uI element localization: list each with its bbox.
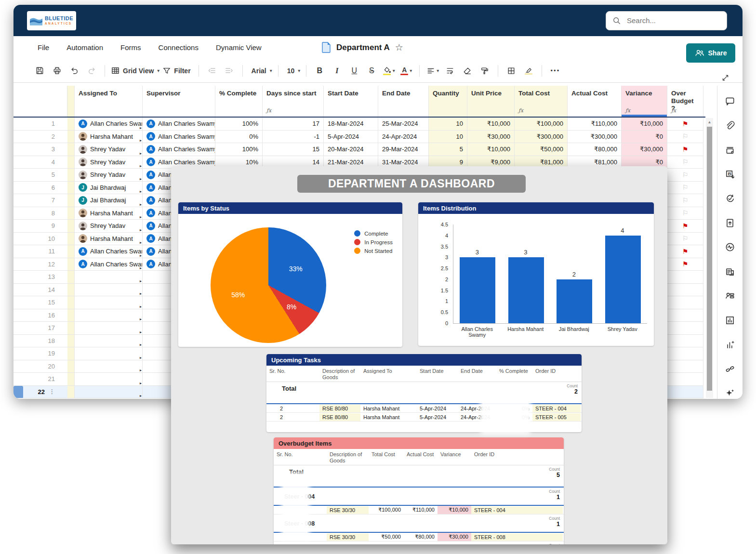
undo-button[interactable] — [67, 63, 81, 79]
grid-cell-qty[interactable]: 5 — [429, 143, 467, 156]
grid-cell-start[interactable]: 20-Mar-2024 — [324, 143, 378, 156]
grid-cell-days[interactable]: -1 — [263, 131, 324, 144]
row-number[interactable]: 2 — [13, 131, 67, 144]
grid-cell-variance[interactable]: ₹0 — [622, 131, 667, 144]
grid-cell-assigned[interactable]: ▸ — [75, 284, 143, 297]
strip-cell[interactable] — [67, 143, 75, 156]
borders-button[interactable] — [504, 63, 518, 79]
grid-cell-unit[interactable]: ₹10,000 — [467, 118, 515, 131]
strip-cell[interactable] — [67, 156, 75, 169]
share-button[interactable]: Share — [686, 43, 735, 63]
strip-cell[interactable] — [67, 194, 75, 207]
grid-cell-over[interactable]: ⚐ — [667, 169, 703, 182]
row-number[interactable]: 3 — [13, 143, 67, 156]
row-number[interactable]: 16 — [13, 309, 67, 322]
grid-cell-over[interactable] — [667, 335, 703, 348]
clear-format-button[interactable] — [460, 63, 475, 79]
grid-cell-days[interactable]: 15 — [263, 143, 324, 156]
strip-cell[interactable] — [67, 296, 75, 309]
bold-button[interactable]: B — [312, 63, 327, 79]
col-header-total[interactable]: Total Costƒx — [515, 86, 568, 117]
row-number[interactable]: 13 — [13, 271, 67, 284]
strip-cell[interactable] — [67, 386, 75, 399]
grid-cell-over[interactable] — [667, 296, 703, 309]
update-requests-icon[interactable] — [724, 193, 736, 204]
row-number[interactable]: 18 — [13, 335, 67, 348]
menu-dynamic-view[interactable]: Dynamic View — [216, 43, 262, 52]
strip-cell[interactable] — [67, 220, 75, 233]
strip-cell[interactable] — [67, 360, 75, 373]
row-number[interactable]: 11 — [13, 245, 67, 258]
overbudget-flag[interactable]: ⚐ — [682, 158, 689, 165]
overbudget-flag[interactable]: ⚐ — [682, 235, 689, 242]
grid-cell-supervisor[interactable]: AAllan Charles Swamy — [143, 143, 215, 156]
view-selector[interactable]: Grid View ▾ — [111, 63, 159, 79]
font-size-selector[interactable]: 10 ▾ — [284, 63, 301, 79]
row-number[interactable]: 6 — [13, 182, 67, 195]
contacts-icon[interactable] — [724, 290, 736, 302]
grid-cell-assigned[interactable]: ▸ — [75, 360, 143, 373]
sheet-summary-icon[interactable] — [724, 315, 736, 326]
overbudget-flag[interactable]: ⚐ — [682, 171, 689, 178]
col-header-over[interactable]: Over Budget ?ƒx — [667, 86, 703, 117]
grid-cell-assigned[interactable]: AAllan Charles Swamy▸ — [75, 258, 143, 271]
row-number[interactable]: 17 — [13, 322, 67, 335]
bar-panel[interactable]: Items Distribution 00.511.522.533.544.53… — [418, 202, 654, 346]
redo-button[interactable] — [84, 63, 99, 79]
overbudget-flag[interactable]: ⚑ — [682, 248, 689, 255]
grid-cell-assigned[interactable]: AAllan Charles Swamy▸ — [75, 118, 143, 131]
baselines-icon[interactable]: B — [724, 169, 736, 180]
grid-cell-end[interactable]: 25-Mar-2024 — [378, 118, 429, 131]
search-box[interactable] — [606, 11, 727, 30]
filter-button[interactable]: Filter — [162, 63, 192, 79]
row-number[interactable]: 7 — [13, 194, 67, 207]
table-row[interactable]: 1AAllan Charles Swamy▸AAllan Charles Swa… — [13, 118, 705, 131]
overbudget-flag[interactable]: ⚐ — [682, 197, 689, 204]
search-input[interactable] — [626, 16, 715, 25]
grid-cell-over[interactable]: ⚐ — [667, 233, 703, 246]
grid-cell-actual[interactable]: ₹110,000 — [568, 118, 622, 131]
row-number[interactable]: 20 — [13, 360, 67, 373]
outdent-button[interactable] — [205, 63, 219, 79]
overbudget-flag[interactable]: ⚐ — [682, 133, 689, 140]
grid-cell-start[interactable]: 5-Apr-2024 — [324, 131, 378, 144]
connections-icon[interactable] — [724, 363, 736, 375]
grid-cell-assigned[interactable]: Shrey Yadav▸ — [75, 220, 143, 233]
grid-cell-assigned[interactable]: ▸ — [75, 373, 143, 386]
grid-cell-over[interactable]: ⚑ — [667, 118, 703, 131]
overbudget-flag[interactable]: ⚑ — [682, 261, 689, 267]
row-number[interactable]: 15 — [13, 296, 67, 309]
grid-cell-end[interactable]: 24-Apr-2024 — [378, 131, 429, 144]
strip-cell[interactable] — [67, 233, 75, 246]
grid-cell-assigned[interactable]: ▸ — [75, 347, 143, 360]
col-header-complete[interactable]: % Complete — [215, 86, 263, 117]
strip-cell[interactable] — [67, 284, 75, 297]
overbudget-flag[interactable]: ⚑ — [682, 120, 689, 127]
grid-cell-variance[interactable]: ₹30,000 — [622, 143, 667, 156]
proofs-icon[interactable] — [724, 144, 736, 156]
bluetide-logo[interactable]: BLUETIDE ANALYTICS — [27, 11, 76, 30]
row-number-header[interactable] — [13, 86, 67, 117]
grid-cell-over[interactable]: ⚐ — [667, 156, 703, 169]
table-row[interactable]: 2 Harsha Mahant▸AAllan Charles Swamy0%-1… — [13, 131, 705, 144]
grid-cell-over[interactable]: ⚑ — [667, 143, 703, 156]
grid-cell-over[interactable] — [667, 271, 703, 284]
menu-automation[interactable]: Automation — [66, 43, 103, 52]
grid-cell-assigned[interactable]: AAllan Charles Swamy▸ — [75, 245, 143, 258]
work-insights-icon[interactable] — [724, 339, 736, 350]
indent-button[interactable] — [222, 63, 237, 79]
col-header-supervisor[interactable]: Supervisor — [143, 86, 215, 117]
row-number[interactable]: 21 — [13, 373, 67, 386]
grid-cell-variance[interactable]: ₹10,000 — [622, 118, 667, 131]
col-header-assigned[interactable]: Assigned To — [75, 86, 143, 117]
strip-cell[interactable] — [67, 309, 75, 322]
attachments-icon[interactable] — [724, 120, 736, 132]
grid-cell-assigned[interactable]: ▸ — [75, 271, 143, 284]
row-number[interactable]: 14 — [13, 284, 67, 297]
grid-cell-over[interactable] — [667, 360, 703, 373]
highlight-button[interactable] — [521, 63, 536, 79]
publish-icon[interactable] — [724, 217, 736, 229]
grid-cell-over[interactable]: ⚐ — [667, 207, 703, 220]
strip-cell[interactable] — [67, 207, 75, 220]
strikethrough-button[interactable]: S — [364, 63, 379, 79]
